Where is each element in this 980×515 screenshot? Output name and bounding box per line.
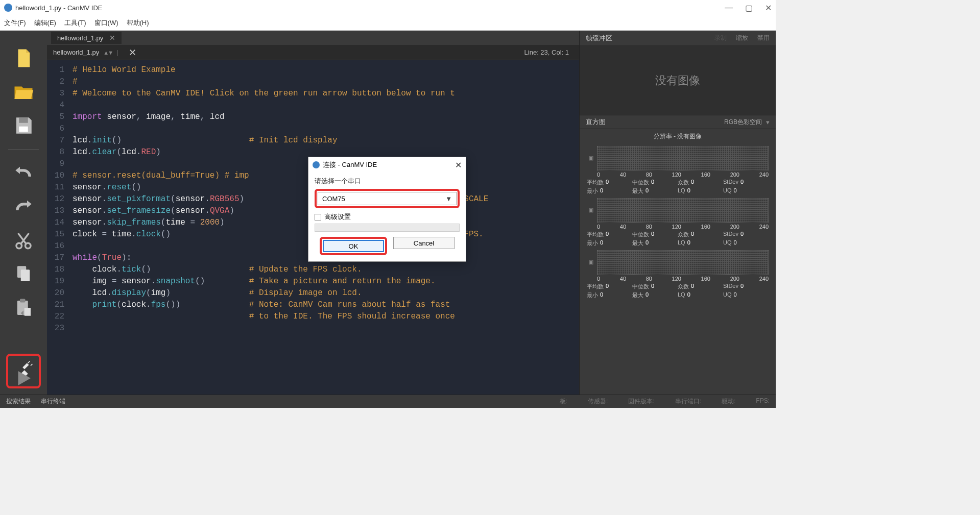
tab-label: helloworld_1.py bbox=[57, 34, 103, 42]
status-serial-port: 串行端口: bbox=[675, 397, 701, 406]
histogram-axis: 04080120160200240 bbox=[597, 171, 769, 178]
port-combo-highlight: COM75 ▼ bbox=[315, 189, 460, 208]
advanced-checkbox[interactable] bbox=[315, 214, 321, 220]
run-button[interactable] bbox=[11, 366, 36, 390]
cut-button[interactable] bbox=[11, 228, 36, 253]
editor-tabbar: helloworld_1.py ✕ bbox=[47, 31, 579, 45]
save-button[interactable] bbox=[11, 113, 36, 138]
cancel-button[interactable]: Cancel bbox=[393, 237, 455, 249]
file-selector-arrows-icon[interactable]: ▲▼ bbox=[103, 50, 112, 56]
histogram-stats-row1: 平均数0 中位数0 众数0 StDev0 bbox=[587, 179, 769, 186]
status-fps: FPS: bbox=[756, 397, 770, 406]
app-logo-icon bbox=[4, 4, 12, 12]
file-selector-bar: helloworld_1.py ▲▼ | ✕ Line: 23, Col: 1 bbox=[47, 45, 579, 60]
histogram-channel: ▣ 04080120160200240 平均数0 中位数0 众数0 StDev0… bbox=[580, 144, 776, 196]
cursor-position: Line: 23, Col: 1 bbox=[524, 48, 569, 56]
histogram-mode[interactable]: RGB色彩空间 bbox=[724, 118, 762, 127]
histogram-bars: ▣ bbox=[597, 146, 769, 170]
dialog-progress-bar bbox=[315, 224, 460, 232]
line-gutter: 1234567891011121314151617181920212223 bbox=[47, 60, 68, 395]
port-selected-value: COM75 bbox=[322, 195, 445, 203]
editor-tab[interactable]: helloworld_1.py ✕ bbox=[51, 32, 122, 44]
right-panel: 帧缓冲区 录制 缩放 禁用 没有图像 直方图 RGB色彩空间 ▾ 分辨率 - 没… bbox=[579, 31, 776, 395]
dialog-prompt: 请选择一个串口 bbox=[315, 177, 460, 186]
menu-file[interactable]: 文件(F) bbox=[4, 18, 26, 28]
tab-close-button[interactable]: ✕ bbox=[109, 34, 115, 42]
histogram-channel: ▣ 04080120160200240 平均数0 中位数0 众数0 StDev0… bbox=[580, 196, 776, 248]
histogram-stats-row2: 最小0 最大0 LQ0 UQ0 bbox=[587, 291, 769, 299]
window-title: helloworld_1.py - CanMV IDE bbox=[15, 4, 725, 12]
histogram-stats-row2: 最小0 最大0 LQ0 UQ0 bbox=[587, 187, 769, 195]
histogram-title: 直方图 bbox=[586, 117, 724, 127]
histogram-axis: 04080120160200240 bbox=[597, 224, 769, 230]
ok-button-highlight: OK bbox=[320, 237, 387, 255]
framebuffer-title: 帧缓冲区 bbox=[586, 34, 705, 43]
undo-button[interactable] bbox=[11, 161, 36, 185]
menu-tools[interactable]: 工具(T) bbox=[64, 18, 86, 28]
svg-rect-6 bbox=[20, 299, 26, 303]
minimize-button[interactable]: — bbox=[725, 3, 733, 13]
paste-button[interactable] bbox=[11, 296, 36, 320]
menu-window[interactable]: 窗口(W) bbox=[94, 18, 118, 28]
menu-edit[interactable]: 编辑(E) bbox=[34, 18, 56, 28]
disable-button[interactable]: 禁用 bbox=[757, 34, 770, 42]
maximize-button[interactable]: ▢ bbox=[745, 3, 753, 13]
connect-dialog: 连接 - CanMV IDE ✕ 请选择一个串口 COM75 ▼ 高级设置 OK… bbox=[308, 157, 466, 262]
file-selector-label[interactable]: helloworld_1.py bbox=[53, 48, 99, 56]
status-drive: 驱动: bbox=[722, 397, 735, 406]
file-close-button[interactable]: ✕ bbox=[129, 47, 136, 58]
new-file-button[interactable] bbox=[11, 46, 36, 70]
histogram-axis: 04080120160200240 bbox=[597, 276, 769, 282]
svg-rect-0 bbox=[19, 127, 28, 132]
advanced-settings-row[interactable]: 高级设置 bbox=[315, 212, 460, 222]
status-sensor: 传感器: bbox=[588, 397, 608, 406]
framebuffer-preview: 没有图像 bbox=[580, 46, 776, 115]
window-titlebar: helloworld_1.py - CanMV IDE — ▢ ✕ bbox=[0, 0, 776, 15]
resolution-label: 分辨率 - 没有图像 bbox=[580, 129, 776, 144]
menu-help[interactable]: 帮助(H) bbox=[127, 18, 149, 28]
port-combobox[interactable]: COM75 ▼ bbox=[318, 192, 457, 205]
histogram-channel: ▣ 04080120160200240 平均数0 中位数0 众数0 StDev0… bbox=[580, 248, 776, 300]
ok-button[interactable]: OK bbox=[323, 240, 384, 252]
zoom-button[interactable]: 缩放 bbox=[736, 34, 748, 42]
no-image-label: 没有图像 bbox=[655, 73, 700, 88]
open-folder-button[interactable] bbox=[11, 80, 36, 104]
channel-icon: ▣ bbox=[588, 259, 593, 265]
search-results-tab[interactable]: 搜索结果 bbox=[6, 397, 31, 406]
dialog-title: 连接 - CanMV IDE bbox=[323, 160, 455, 169]
histogram-mode-arrow-icon[interactable]: ▾ bbox=[766, 118, 770, 126]
redo-button[interactable] bbox=[11, 194, 36, 219]
serial-terminal-tab[interactable]: 串行终端 bbox=[41, 397, 65, 406]
histogram-stats-row1: 平均数0 中位数0 众数0 StDev0 bbox=[587, 283, 769, 290]
status-bar: 搜索结果 串行终端 板: 传感器: 固件版本: 串行端口: 驱动: FPS: bbox=[0, 395, 776, 408]
svg-rect-4 bbox=[21, 269, 30, 281]
dialog-titlebar: 连接 - CanMV IDE ✕ bbox=[308, 157, 466, 173]
record-button[interactable]: 录制 bbox=[714, 34, 727, 42]
left-toolbar bbox=[0, 31, 47, 395]
histogram-bars: ▣ bbox=[597, 198, 769, 223]
dialog-close-button[interactable]: ✕ bbox=[455, 160, 462, 170]
histogram-stats-row2: 最小0 最大0 LQ0 UQ0 bbox=[587, 239, 769, 247]
copy-button[interactable] bbox=[11, 262, 36, 286]
advanced-label: 高级设置 bbox=[324, 212, 351, 222]
combobox-arrow-icon: ▼ bbox=[445, 195, 452, 203]
status-board: 板: bbox=[560, 397, 567, 406]
dialog-logo-icon bbox=[313, 161, 320, 168]
file-selector-divider: | bbox=[116, 48, 118, 56]
histogram-header: 直方图 RGB色彩空间 ▾ bbox=[580, 115, 776, 129]
channel-icon: ▣ bbox=[588, 207, 593, 213]
channel-icon: ▣ bbox=[588, 155, 593, 161]
histogram-bars: ▣ bbox=[597, 250, 769, 275]
histogram-stats-row1: 平均数0 中位数0 众数0 StDev0 bbox=[587, 231, 769, 238]
framebuffer-header: 帧缓冲区 录制 缩放 禁用 bbox=[580, 31, 776, 46]
menu-bar: 文件(F) 编辑(E) 工具(T) 窗口(W) 帮助(H) bbox=[0, 15, 776, 31]
status-firmware: 固件版本: bbox=[628, 397, 654, 406]
close-window-button[interactable]: ✕ bbox=[765, 3, 772, 13]
